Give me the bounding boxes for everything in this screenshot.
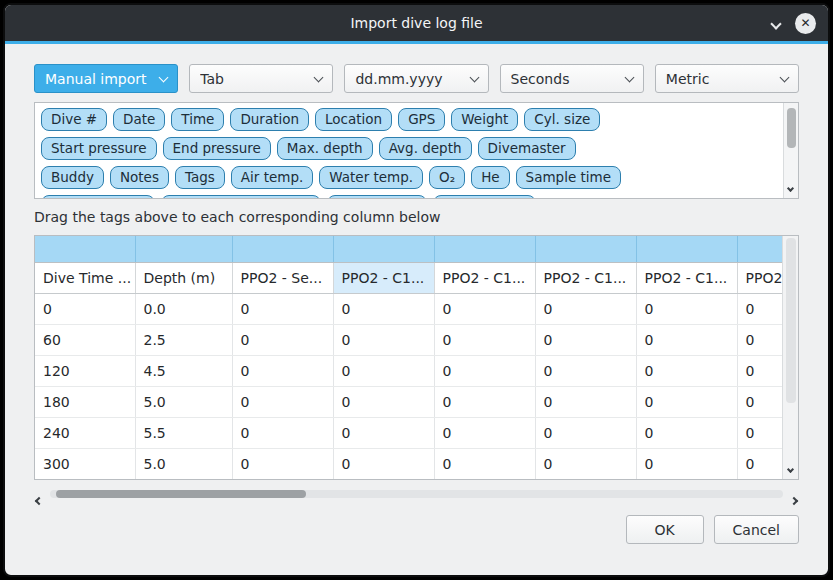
table-cell: 2.5: [135, 324, 232, 355]
dialog-buttons: OK Cancel: [34, 515, 799, 544]
column-tag[interactable]: Max. depth: [277, 137, 373, 160]
column-tag[interactable]: Sample pO₂: [327, 195, 427, 199]
table-cell: 0: [434, 417, 535, 448]
column-tag[interactable]: O₂: [429, 166, 465, 189]
column-tag[interactable]: Location: [315, 108, 392, 131]
column-tag[interactable]: Sample temperature: [161, 195, 321, 199]
table-cell: 5.0: [135, 386, 232, 417]
scrollbar-thumb[interactable]: [56, 490, 306, 498]
table-vertical-scrollbar[interactable]: [782, 236, 798, 479]
table-cell: 60: [35, 324, 135, 355]
scroll-down-icon[interactable]: [788, 459, 793, 475]
table-cell: 0: [737, 324, 782, 355]
scroll-down-icon[interactable]: [788, 178, 793, 194]
column-header[interactable]: PPO2 - Se...: [232, 262, 333, 293]
scroll-right-icon[interactable]: [791, 491, 797, 507]
titlebar[interactable]: Import dive log file ✕: [5, 5, 828, 41]
table-cell: 0: [636, 355, 737, 386]
column-tag[interactable]: Sample CNS: [433, 195, 536, 199]
table-row: 00.0000000: [35, 293, 782, 324]
column-tag[interactable]: Water temp.: [319, 166, 423, 189]
column-tag[interactable]: He: [471, 166, 509, 189]
close-icon[interactable]: ✕: [795, 13, 816, 34]
dropdown-value: Metric: [666, 71, 781, 87]
table-cell: 0: [737, 355, 782, 386]
drop-target-cell[interactable]: [35, 236, 135, 262]
column-tag[interactable]: Start pressure: [41, 137, 157, 160]
table-cell: 0: [434, 324, 535, 355]
column-tag[interactable]: Date: [113, 108, 165, 131]
chevron-down-icon: [159, 72, 169, 82]
units-dropdown[interactable]: Metric: [655, 64, 799, 93]
chevron-down-icon: [780, 72, 790, 82]
column-header[interactable]: Depth (m): [135, 262, 232, 293]
column-tag[interactable]: Tags: [175, 166, 225, 189]
drop-target-row[interactable]: [35, 236, 782, 262]
column-tag[interactable]: Air temp.: [231, 166, 313, 189]
drop-target-cell[interactable]: [737, 236, 782, 262]
table-cell: 120: [35, 355, 135, 386]
table-cell: 0: [333, 417, 434, 448]
table-cell: 0: [636, 448, 737, 479]
column-mapping-table: Dive Time ...Depth (m)PPO2 - Se...PPO2 -…: [34, 235, 799, 480]
column-tag[interactable]: Weight: [451, 108, 518, 131]
drop-target-cell[interactable]: [333, 236, 434, 262]
column-tag[interactable]: Time: [171, 108, 224, 131]
column-header[interactable]: Dive Time ...: [35, 262, 135, 293]
table-cell: 0: [232, 417, 333, 448]
column-header[interactable]: PPO2: [737, 262, 782, 293]
scrollbar-thumb[interactable]: [787, 108, 796, 148]
table-cell: 0: [232, 324, 333, 355]
drop-target-cell[interactable]: [636, 236, 737, 262]
duration-format-dropdown[interactable]: Seconds: [500, 64, 644, 93]
table-cell: 0: [636, 324, 737, 355]
dropdown-row: Manual importTabdd.mm.yyyySecondsMetric: [34, 64, 799, 93]
ok-button[interactable]: OK: [626, 515, 704, 544]
column-tag[interactable]: Dive #: [41, 108, 107, 131]
table-cell: 0: [737, 448, 782, 479]
table-body: 00.0000000602.50000001204.50000001805.00…: [35, 293, 782, 479]
table-cell: 0: [232, 386, 333, 417]
column-tag[interactable]: Divemaster: [478, 137, 576, 160]
column-tag[interactable]: Cyl. size: [524, 108, 600, 131]
table-cell: 0: [232, 355, 333, 386]
tag-area-scrollbar[interactable]: [783, 103, 798, 198]
column-header[interactable]: PPO2 - C1...: [636, 262, 737, 293]
column-header[interactable]: PPO2 - C1...: [535, 262, 636, 293]
drop-target-cell[interactable]: [135, 236, 232, 262]
import-mode-dropdown[interactable]: Manual import: [34, 64, 178, 93]
drop-target-cell[interactable]: [535, 236, 636, 262]
titlebar-buttons: ✕: [772, 5, 816, 41]
scrollbar-thumb[interactable]: [786, 238, 796, 403]
table-cell: 0: [636, 417, 737, 448]
column-tag[interactable]: GPS: [398, 108, 445, 131]
table-cell: 4.5: [135, 355, 232, 386]
column-tag[interactable]: Avg. depth: [379, 137, 472, 160]
column-header[interactable]: PPO2 - C1...: [434, 262, 535, 293]
scroll-left-icon[interactable]: [36, 491, 42, 507]
shade-icon[interactable]: [772, 15, 780, 31]
column-tag[interactable]: Buddy: [41, 166, 104, 189]
dialog-window: Import dive log file ✕ Manual importTabd…: [3, 3, 830, 577]
table-cell: 0: [535, 417, 636, 448]
table-cell: 0: [35, 293, 135, 324]
table-row: 1204.5000000: [35, 355, 782, 386]
table-cell: 5.0: [135, 448, 232, 479]
drop-target-cell[interactable]: [434, 236, 535, 262]
cancel-button[interactable]: Cancel: [714, 515, 799, 544]
column-tag[interactable]: Sample time: [516, 166, 621, 189]
table-cell: 0: [737, 417, 782, 448]
column-tag[interactable]: Notes: [110, 166, 169, 189]
table-horizontal-scrollbar[interactable]: [34, 487, 799, 501]
date-format-dropdown[interactable]: dd.mm.yyyy: [344, 64, 488, 93]
column-tag[interactable]: End pressure: [163, 137, 271, 160]
column-header[interactable]: PPO2 - C1...: [333, 262, 434, 293]
column-tag[interactable]: Duration: [230, 108, 309, 131]
table-clip: Dive Time ...Depth (m)PPO2 - Se...PPO2 -…: [35, 236, 782, 479]
table-cell: 0: [535, 293, 636, 324]
field-separator-dropdown[interactable]: Tab: [189, 64, 333, 93]
drop-target-cell[interactable]: [232, 236, 333, 262]
table-row: 1805.0000000: [35, 386, 782, 417]
column-tag[interactable]: Sample depth: [41, 195, 155, 199]
table-cell: 180: [35, 386, 135, 417]
